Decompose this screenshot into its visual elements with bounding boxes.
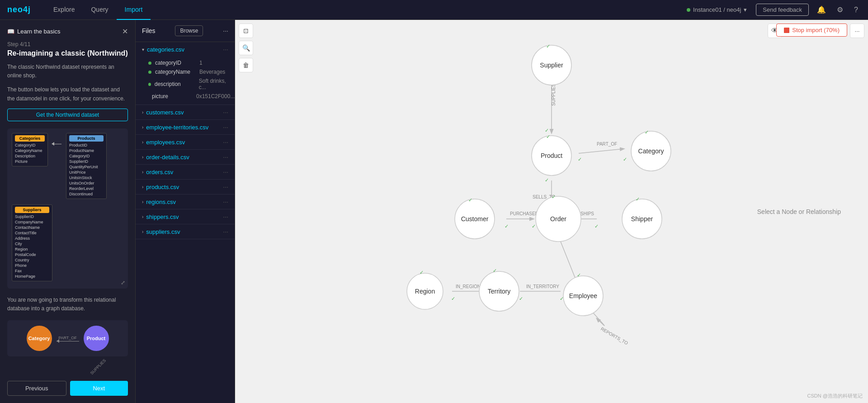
nav-explore[interactable]: Explore: [45, 0, 83, 20]
svg-text:✓: ✓: [532, 223, 536, 229]
svg-text:SUPPLIES: SUPPLIES: [551, 84, 556, 106]
graph-more-button[interactable]: ···: [850, 24, 864, 38]
file-item-customers-header[interactable]: › customers.csv ···: [136, 105, 235, 119]
fit-view-button[interactable]: ⊡: [239, 24, 253, 38]
next-button[interactable]: Next: [70, 381, 128, 396]
svg-text:✓: ✓: [578, 156, 582, 162]
help-icon[interactable]: ?: [851, 4, 861, 16]
file-item-orders: › orders.csv ···: [136, 165, 235, 180]
field-categoryName: categoryName Beverages: [148, 67, 228, 76]
delete-button[interactable]: 🗑: [239, 58, 253, 72]
svg-text:✓: ✓: [623, 156, 627, 162]
nav-query[interactable]: Query: [83, 0, 116, 20]
field-description: description Soft drinks, c...: [148, 76, 228, 92]
file-item-categories-header[interactable]: ▾ categories.csv ···: [136, 42, 235, 57]
file-more-button-employees[interactable]: ···: [223, 138, 228, 146]
expand-diagram-button[interactable]: ⤢: [121, 280, 125, 286]
file-item-orders-header[interactable]: › orders.csv ···: [136, 165, 235, 179]
files-title: Files: [142, 27, 156, 34]
files-more-button[interactable]: ···: [223, 27, 228, 34]
filename-employees: employees.csv: [146, 139, 223, 146]
svg-text:✓: ✓: [545, 128, 549, 133]
panel-header: 📖 Learn the basics ✕: [7, 27, 128, 36]
file-item-employee-territories-header[interactable]: › employee-territories.csv ···: [136, 120, 235, 134]
svg-text:PURCHASED: PURCHASED: [510, 211, 538, 216]
send-feedback-button[interactable]: Send feedback: [756, 4, 809, 16]
svg-text:✓: ✓: [505, 223, 509, 229]
stop-import-button[interactable]: Stop import (70%): [776, 24, 847, 37]
file-more-button-products[interactable]: ···: [223, 183, 228, 190]
file-more-button-shippers[interactable]: ···: [223, 213, 228, 220]
browse-button[interactable]: Browse: [175, 25, 203, 36]
file-item-products: › products.csv ···: [136, 180, 235, 194]
chevron-right-icon: ›: [142, 199, 143, 204]
step-label: Step 4/11: [7, 41, 128, 47]
gear-icon[interactable]: ⚙: [834, 4, 846, 16]
file-item-order-details-header[interactable]: › order-details.csv ···: [136, 150, 235, 164]
file-more-button-suppliers[interactable]: ···: [223, 228, 228, 235]
file-item-employee-territories: › employee-territories.csv ···: [136, 120, 235, 135]
logo: neo4j: [7, 5, 31, 14]
file-item-employees: › employees.csv ···: [136, 135, 235, 150]
svg-text:✓: ✓: [493, 268, 497, 273]
left-panel: 📖 Learn the basics ✕ Step 4/11 Re-imagin…: [0, 20, 136, 403]
chevron-down-icon: ▾: [142, 47, 144, 52]
bell-icon[interactable]: 🔔: [814, 4, 829, 16]
svg-text:✓: ✓: [577, 272, 581, 278]
file-more-button-regions[interactable]: ···: [223, 198, 228, 205]
file-more-button-customers[interactable]: ···: [223, 109, 228, 116]
file-more-button-order-details[interactable]: ···: [223, 153, 228, 161]
files-panel: Files Browse ··· ▾ categories.csv ··· ca…: [136, 20, 235, 403]
instance-selector[interactable]: Instance01 / neo4j ▾: [687, 6, 747, 13]
file-item-shippers-header[interactable]: › shippers.csv ···: [136, 209, 235, 224]
filename-regions: regions.csv: [146, 199, 223, 205]
file-item-products-header[interactable]: › products.csv ···: [136, 180, 235, 194]
product-node-preview: Product: [84, 326, 109, 351]
filename-employee-territories: employee-territories.csv: [146, 124, 223, 131]
chevron-right-icon: ›: [142, 229, 143, 234]
filename-categories: categories.csv: [147, 46, 223, 53]
nav-buttons: Previous Next: [7, 377, 128, 396]
chevron-right-icon: ›: [142, 140, 143, 145]
file-item-regions-header[interactable]: › regions.csv ···: [136, 194, 235, 209]
svg-text:SHIPS: SHIPS: [580, 211, 594, 216]
graph-diagram-preview: Category PART_OF Product SUPPLIES: [7, 320, 128, 356]
svg-text:✓: ✓: [546, 134, 550, 139]
graph-toolbar: ⊡ 🔍 🗑: [239, 24, 253, 72]
book-icon: 📖: [7, 28, 14, 35]
get-northwind-dataset-button[interactable]: Get the Northwind dataset: [7, 109, 128, 121]
chevron-right-icon: ›: [142, 214, 143, 219]
svg-text:✓: ✓: [545, 177, 549, 183]
search-graph-button[interactable]: 🔍: [239, 41, 253, 55]
step-title: Re-imagining a classic (Northwind): [7, 49, 128, 57]
arrow-categories-products: [52, 144, 61, 144]
products-table-preview: Products ProductID ProductName CategoryI…: [66, 133, 107, 199]
supplies-label-preview: SUPPLIES: [89, 358, 106, 375]
file-more-button-employee-territories[interactable]: ···: [223, 123, 228, 131]
svg-text:Product: Product: [541, 152, 562, 159]
filename-orders: orders.csv: [146, 169, 223, 175]
svg-text:Category: Category: [638, 147, 664, 155]
svg-text:PART_OF: PART_OF: [597, 142, 617, 147]
instance-status-dot: [687, 8, 690, 12]
filename-shippers: shippers.csv: [146, 213, 223, 220]
instance-label: Instance01 / neo4j: [693, 6, 741, 13]
transform-description: You are now going to transform this rela…: [7, 296, 128, 313]
file-more-button-categories[interactable]: ···: [223, 46, 228, 53]
file-item-employees-header[interactable]: › employees.csv ···: [136, 135, 235, 149]
file-item-suppliers-header[interactable]: › suppliers.csv ···: [136, 224, 235, 239]
graph-area: ⊡ 🔍 🗑 👁 Stop import (70%) ··· Select a N…: [235, 20, 868, 403]
suppliers-table-preview: Suppliers SupplierID CompanyName Contact…: [12, 204, 52, 281]
close-panel-button[interactable]: ✕: [122, 27, 128, 36]
step-desc-2: The button below lets you load the datas…: [7, 85, 128, 103]
file-fields-categories: categoryID 1 categoryName Beverages desc…: [136, 57, 235, 104]
watermark: CSDN @浩浩的科研笔记: [807, 393, 863, 399]
svg-text:Supplier: Supplier: [540, 62, 563, 69]
chevron-right-icon: ›: [142, 155, 143, 160]
svg-text:Region: Region: [415, 288, 435, 295]
field-dot: [148, 62, 151, 65]
previous-button[interactable]: Previous: [7, 381, 66, 396]
file-more-button-orders[interactable]: ···: [223, 168, 228, 175]
categories-table-label: Categories: [15, 135, 45, 142]
nav-import[interactable]: Import: [117, 0, 151, 20]
